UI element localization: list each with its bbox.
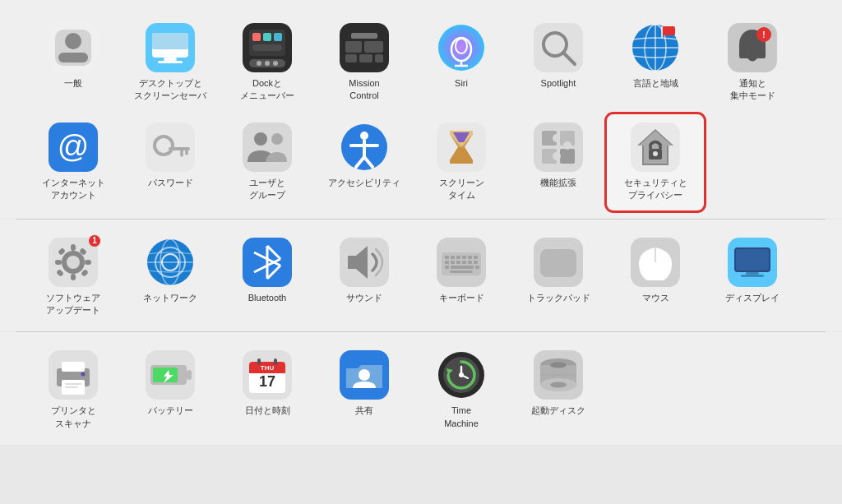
startup-label: 起動ディスク: [531, 405, 585, 417]
extensions-icon: [534, 123, 583, 172]
svg-point-52: [254, 132, 267, 146]
svg-rect-7: [164, 58, 177, 61]
svg-rect-12: [263, 33, 271, 41]
svg-point-158: [550, 363, 567, 368]
software-label: ソフトウェアアップデート: [46, 292, 100, 317]
svg-rect-143: [257, 358, 261, 365]
timemachine-label: TimeMachine: [444, 405, 479, 430]
svg-rect-22: [345, 54, 357, 62]
svg-rect-6: [152, 33, 188, 49]
svg-point-63: [553, 134, 561, 142]
icon-screentime[interactable]: スクリーンタイム: [413, 114, 510, 210]
icon-general[interactable]: 一般: [25, 15, 122, 98]
svg-rect-3: [58, 53, 88, 62]
icon-display[interactable]: ディスプレイ: [704, 229, 801, 312]
security-label: セキュリティとプライバシー: [624, 177, 687, 202]
icon-mouse[interactable]: マウス: [607, 229, 704, 312]
svg-point-157: [550, 382, 567, 388]
icon-internet[interactable]: @ インターネットアカウント: [25, 114, 122, 210]
svg-rect-117: [540, 249, 576, 277]
screentime-label: スクリーンタイム: [439, 177, 484, 202]
svg-point-68: [563, 141, 571, 150]
password-label: パスワード: [148, 177, 193, 189]
icon-keyboard[interactable]: キーボード: [413, 229, 510, 312]
svg-rect-107: [451, 261, 455, 264]
display-label: ディスプレイ: [725, 292, 780, 304]
keyboard-icon: [437, 238, 486, 287]
icon-spotlight[interactable]: Spotlight: [510, 15, 607, 98]
general-label: 一般: [64, 77, 82, 90]
svg-point-55: [360, 132, 368, 140]
svg-rect-80: [55, 260, 62, 265]
bluetooth-icon: [243, 238, 292, 287]
users-label: ユーザとグループ: [249, 177, 285, 202]
internet-label: インターネットアカウント: [42, 177, 105, 202]
battery-label: バッテリー: [148, 405, 193, 417]
svg-rect-25: [351, 33, 377, 39]
bluetooth-label: Bluetooth: [248, 292, 286, 304]
svg-point-16: [257, 61, 261, 66]
svg-rect-41: [739, 54, 766, 58]
icon-network[interactable]: ネットワーク: [122, 229, 219, 312]
icon-password[interactable]: パスワード: [122, 114, 219, 197]
sound-icon: [340, 238, 389, 287]
svg-rect-79: [71, 274, 76, 280]
mouse-icon: [631, 238, 680, 287]
printer-label: プリンタとスキャナ: [51, 405, 96, 430]
icon-language[interactable]: 言語と地域: [607, 15, 704, 98]
icon-bluetooth[interactable]: Bluetooth: [219, 229, 316, 312]
svg-rect-108: [456, 261, 460, 264]
icon-startup[interactable]: 起動ディスク: [510, 342, 607, 425]
icon-datetime[interactable]: 17 THU 日付と時刻: [219, 342, 316, 425]
network-icon: [146, 238, 195, 287]
icon-desktop[interactable]: デスクトップとスクリーンセーバ: [122, 15, 219, 111]
dock-icon: [243, 23, 292, 72]
svg-rect-38: [662, 26, 675, 35]
battery-icon: [146, 350, 195, 400]
accessibility-icon: [340, 123, 389, 172]
icon-timemachine[interactable]: TimeMachine: [413, 342, 510, 438]
dock-label: Dockとメニューバー: [240, 77, 294, 103]
icon-battery[interactable]: バッテリー: [122, 342, 219, 425]
software-badge: 1: [88, 234, 101, 247]
svg-rect-134: [187, 370, 192, 380]
svg-rect-66: [560, 149, 575, 164]
section1-grid: 一般 デスクトップとスクリーンセーバ: [25, 15, 817, 111]
icon-accessibility[interactable]: アクセシビリティ: [316, 114, 413, 197]
icon-siri[interactable]: Siri: [413, 15, 510, 98]
accessibility-label: アクセシビリティ: [328, 177, 400, 189]
security-icon: [631, 123, 680, 172]
svg-rect-112: [445, 266, 449, 269]
icon-security[interactable]: セキュリティとプライバシー: [607, 114, 704, 210]
svg-text:!: !: [762, 30, 765, 39]
svg-rect-14: [252, 44, 282, 51]
svg-rect-123: [746, 272, 759, 275]
icon-extensions[interactable]: 機能拡張: [510, 114, 607, 197]
icon-software[interactable]: 1 ソフトウェアアップデート: [25, 229, 122, 326]
section2-grid: @ インターネットアカウント パスワード: [25, 114, 817, 210]
general-icon: [49, 23, 98, 72]
keyboard-label: キーボード: [439, 292, 484, 304]
datetime-icon: 17 THU: [243, 350, 292, 400]
icon-printer[interactable]: プリンタとスキャナ: [25, 342, 122, 438]
icon-trackpad[interactable]: トラックパッド: [510, 229, 607, 312]
icon-mission[interactable]: MissionControl: [316, 15, 413, 111]
siri-icon: [437, 23, 486, 72]
icon-notification[interactable]: ! 通知と集中モード: [704, 15, 801, 111]
svg-text:THU: THU: [261, 364, 275, 372]
icon-sharing[interactable]: 共有: [316, 342, 413, 425]
sound-label: サウンド: [346, 292, 382, 304]
svg-rect-101: [451, 256, 455, 259]
desktop-label: デスクトップとスクリーンセーバ: [134, 77, 206, 103]
svg-rect-20: [345, 41, 362, 53]
icon-sound[interactable]: サウンド: [316, 229, 413, 312]
desktop-icon: [146, 23, 195, 72]
svg-rect-13: [274, 33, 282, 41]
svg-point-131: [81, 372, 86, 377]
icon-users[interactable]: ユーザとグループ: [219, 114, 316, 210]
sharing-icon: [340, 350, 389, 400]
trackpad-icon: [534, 238, 583, 287]
mouse-label: マウス: [642, 292, 669, 304]
network-label: ネットワーク: [143, 292, 197, 304]
icon-dock[interactable]: Dockとメニューバー: [219, 15, 316, 111]
